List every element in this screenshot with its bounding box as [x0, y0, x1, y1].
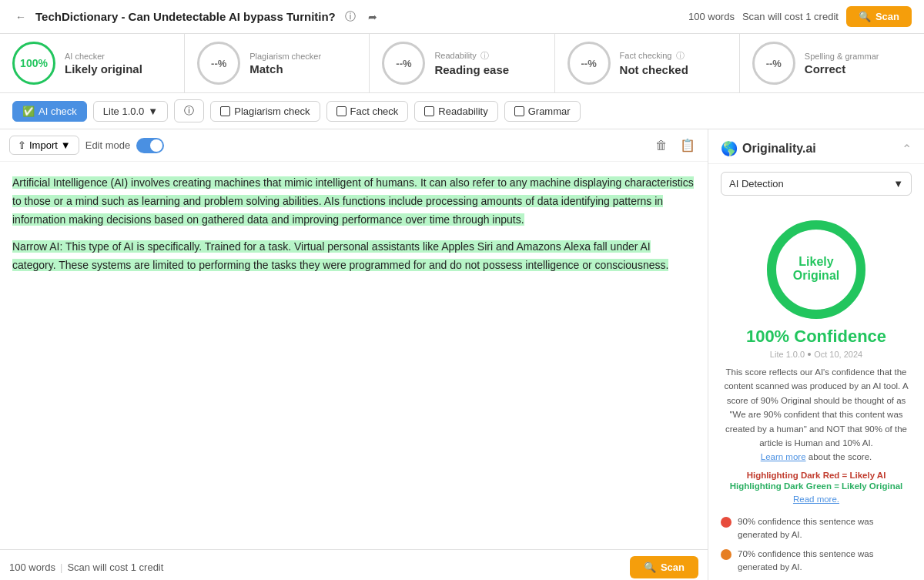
readability-sublabel: Readability ⓘ	[434, 50, 509, 62]
readability-score-circle: --%	[382, 42, 425, 85]
brand-label: 🌎 Originality.ai	[721, 140, 816, 157]
chevron-down-icon: ▼	[61, 139, 71, 151]
spelling-score-circle: --%	[752, 42, 795, 85]
header-left: ← TechDictionary - Can Undetectable AI b…	[12, 8, 380, 25]
ai-detection-dropdown[interactable]: AI Detection ▼	[721, 172, 912, 196]
back-button[interactable]: ←	[12, 9, 29, 25]
fact-sublabel: Fact checking ⓘ	[620, 50, 688, 62]
plagiarism-main-label: Match	[249, 62, 321, 75]
version-date: Lite 1.0.0 Oct 10, 2024	[770, 350, 862, 359]
editor-panel: ⇧ Import ▼ Edit mode 🗑 📋 Artificial Inte…	[0, 129, 708, 580]
fact-main-label: Not checked	[620, 63, 688, 76]
highlighted-text-1: Artificial Intelligence (AI) involves cr…	[12, 176, 694, 226]
footer-scan-button[interactable]: 🔍 Scan	[630, 556, 698, 578]
fact-score-labels: Fact checking ⓘ Not checked	[620, 50, 688, 76]
checkbox-icon	[336, 106, 346, 116]
score-card-fact: --% Fact checking ⓘ Not checked	[555, 34, 740, 92]
confidence-item: 70% confidence this sentence was generat…	[721, 548, 912, 575]
upload-icon: ⇧	[18, 139, 26, 151]
edit-mode-toggle[interactable]	[136, 138, 164, 153]
score-cards-bar: 100% AI checker Likely original --% Plag…	[0, 34, 924, 93]
fact-check-button[interactable]: Fact check	[326, 101, 409, 122]
confidence-list: 90% confidence this sentence was generat…	[708, 509, 924, 580]
confidence-text: 70% confidence this sentence was generat…	[738, 548, 912, 575]
score-card-readability: --% Readability ⓘ Reading ease	[370, 34, 554, 92]
page-title: TechDictionary - Can Undetectable AI byp…	[35, 10, 336, 23]
spelling-sublabel: Spelling & grammar	[805, 52, 879, 61]
header-right: 100 words Scan will cost 1 credit 🔍 Scan	[688, 6, 912, 27]
edit-mode-label: Edit mode	[85, 139, 131, 151]
import-button[interactable]: ⇧ Import ▼	[9, 136, 79, 155]
main-toolbar: ✅ AI check Lite 1.0.0 ▼ ⓘ Plagiarism che…	[0, 93, 924, 129]
ai-sublabel: AI checker	[65, 52, 142, 61]
highlighted-text-2: Narrow AI: This type of AI is specifical…	[12, 240, 668, 271]
confidence-percent: 100% Confidence	[746, 327, 886, 347]
header-cost-label: Scan will cost 1 credit	[742, 11, 839, 22]
copy-icon[interactable]: 📋	[677, 136, 698, 154]
readability-main-label: Reading ease	[434, 63, 509, 76]
readability-button[interactable]: Readability	[414, 101, 497, 122]
confidence-dot	[721, 549, 732, 560]
score-card-ai: 100% AI checker Likely original	[0, 34, 185, 92]
confidence-text: 90% confidence this sentence was generat…	[738, 515, 912, 542]
plagiarism-score-circle: --%	[197, 42, 240, 85]
scan-icon: 🔍	[644, 562, 656, 573]
description-text: This score reflects our AI's confidence …	[708, 365, 924, 464]
collapse-button[interactable]: ⌃	[902, 142, 912, 156]
fact-info-icon: ⓘ	[676, 51, 685, 60]
highlight-legend: Highlighting Dark Red = Likely AI Highli…	[708, 464, 924, 509]
ai-check-icon: ✅	[22, 106, 35, 117]
header: ← TechDictionary - Can Undetectable AI b…	[0, 0, 924, 34]
editor-footer: 100 words | Scan will cost 1 credit 🔍 Sc…	[0, 549, 708, 580]
info-icon[interactable]: ⓘ	[342, 8, 359, 25]
plagiarism-check-button[interactable]: Plagiarism check	[210, 101, 320, 122]
checkbox-icon	[220, 106, 230, 116]
grammar-button[interactable]: Grammar	[504, 101, 581, 122]
brand-icon: 🌎	[721, 140, 738, 157]
spelling-score-labels: Spelling & grammar Correct	[805, 52, 879, 75]
score-card-plagiarism: --% Plagiarism checker Match	[185, 34, 370, 92]
chevron-down-icon: ▼	[148, 106, 158, 117]
header-icons: ⓘ ➦	[342, 8, 380, 25]
delete-icon[interactable]: 🗑	[652, 136, 671, 154]
right-panel: 🌎 Originality.ai ⌃ AI Detection ▼ Likely…	[708, 129, 924, 580]
footer-word-count: 100 words	[9, 562, 55, 573]
legend-orig: Highlighting Dark Green = Likely Origina…	[721, 481, 912, 491]
scan-icon: 🔍	[859, 11, 871, 22]
confidence-dot	[721, 517, 732, 528]
editor-toolbar-left: ⇧ Import ▼ Edit mode	[9, 136, 164, 155]
plagiarism-score-labels: Plagiarism checker Match	[249, 52, 321, 75]
lite-version-button[interactable]: Lite 1.0.0 ▼	[93, 101, 168, 122]
chevron-down-icon: ▼	[893, 178, 903, 189]
main-layout: ⇧ Import ▼ Edit mode 🗑 📋 Artificial Inte…	[0, 129, 924, 580]
editor-content[interactable]: Artificial Intelligence (AI) involves cr…	[0, 162, 708, 549]
footer-cost-label: Scan will cost 1 credit	[67, 562, 163, 573]
footer-info: 100 words | Scan will cost 1 credit	[9, 562, 163, 573]
ai-score-circle: 100%	[12, 42, 55, 85]
checkbox-icon	[424, 106, 434, 116]
info-button[interactable]: ⓘ	[174, 99, 204, 122]
header-scan-button[interactable]: 🔍 Scan	[846, 6, 912, 27]
dot-separator	[808, 353, 811, 356]
score-card-spelling: --% Spelling & grammar Correct	[740, 34, 924, 92]
gauge-svg: Likely Original	[762, 216, 870, 324]
header-word-count: 100 words	[688, 11, 735, 22]
readability-info-icon: ⓘ	[480, 51, 489, 60]
right-panel-header: 🌎 Originality.ai ⌃	[708, 129, 924, 164]
share-icon[interactable]: ➦	[365, 8, 380, 25]
gauge-container: Likely Original 100% Confidence Lite 1.0…	[708, 203, 924, 365]
spelling-main-label: Correct	[805, 62, 879, 75]
plagiarism-sublabel: Plagiarism checker	[249, 52, 321, 61]
confidence-item: 90% confidence this sentence was generat…	[721, 515, 912, 542]
ai-score-labels: AI checker Likely original	[65, 52, 142, 75]
read-more-link[interactable]: Read more.	[793, 495, 839, 504]
ai-check-button[interactable]: ✅ AI check	[12, 101, 87, 122]
editor-toolbar-right: 🗑 📋	[652, 136, 698, 154]
readability-score-labels: Readability ⓘ Reading ease	[434, 50, 509, 76]
checkbox-icon	[514, 106, 524, 116]
svg-text:Likely: Likely	[798, 255, 833, 268]
legend-ai: Highlighting Dark Red = Likely AI	[721, 471, 912, 480]
learn-more-link[interactable]: Learn more	[761, 452, 806, 461]
editor-toolbar: ⇧ Import ▼ Edit mode 🗑 📋	[0, 129, 708, 162]
ai-main-label: Likely original	[65, 62, 142, 75]
